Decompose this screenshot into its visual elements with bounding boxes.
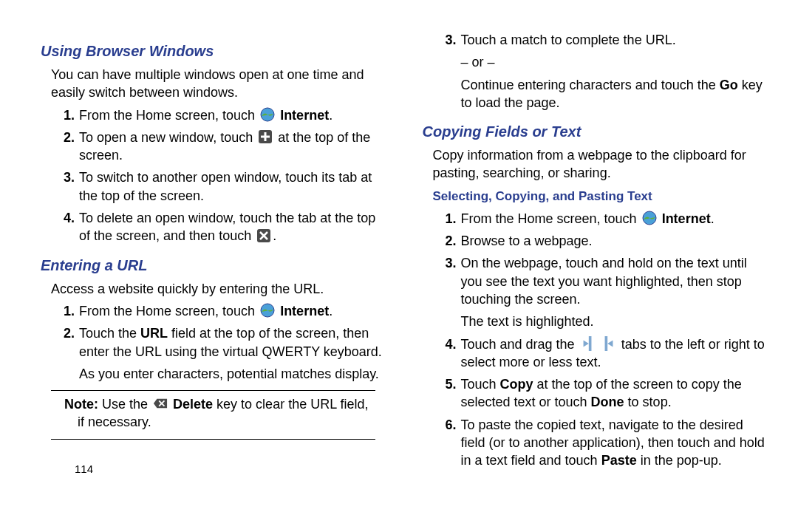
list-continued: 3. Touch a match to complete the URL. – … xyxy=(433,31,768,112)
list-text: From the Home screen, touch Internet. xyxy=(79,106,386,124)
selection-left-handle-icon xyxy=(580,336,595,351)
list-text: Touch the URL field at the top of the sc… xyxy=(79,324,386,383)
list-number: 4. xyxy=(51,209,79,227)
note-text: Note: Use the Delete key to clear the UR… xyxy=(64,395,375,432)
list-item: 6. To paste the copied text, navigate to… xyxy=(433,416,768,470)
or-text: – or – xyxy=(461,53,768,71)
list-item: 1. From the Home screen, touch Internet. xyxy=(51,106,386,124)
svg-rect-4 xyxy=(261,136,270,138)
list-text: Touch a match to complete the URL. – or … xyxy=(461,31,768,112)
list-item: 3. Touch a match to complete the URL. – … xyxy=(433,31,768,112)
svg-rect-10 xyxy=(588,336,591,351)
list-number: 3. xyxy=(51,168,79,186)
list-number: 4. xyxy=(433,335,461,353)
list-browser-windows: 1. From the Home screen, touch Internet.… xyxy=(51,106,386,245)
list-item: 2. Browse to a webpage. xyxy=(433,232,768,250)
divider xyxy=(51,439,375,440)
heading-entering-url: Entering a URL xyxy=(41,256,386,276)
plus-icon xyxy=(258,129,273,144)
list-text: Browse to a webpage. xyxy=(461,232,768,250)
right-column: 3. Touch a match to complete the URL. – … xyxy=(423,31,768,477)
globe-icon xyxy=(260,107,275,122)
list-item: 3. On the webpage, touch and hold on the… xyxy=(433,254,768,330)
selection-right-handle-icon xyxy=(601,336,616,351)
list-subtext: As you enter characters, potential match… xyxy=(79,365,386,383)
list-subtext: The text is highlighted. xyxy=(461,313,768,330)
heading-copying-fields: Copying Fields or Text xyxy=(423,122,768,142)
heading-using-browser-windows: Using Browser Windows xyxy=(41,41,386,61)
svg-rect-11 xyxy=(604,336,607,351)
list-number: 2. xyxy=(433,232,461,250)
page-number: 114 xyxy=(75,462,386,477)
list-item: 4. Touch and drag the tabs to the left o… xyxy=(433,335,768,372)
divider xyxy=(51,390,375,391)
list-number: 3. xyxy=(433,31,461,49)
list-text: To open a new window, touch at the top o… xyxy=(79,129,386,165)
list-item: 1. From the Home screen, touch Internet. xyxy=(433,210,768,228)
delete-key-icon xyxy=(153,396,168,411)
list-item: 1. From the Home screen, touch Internet. xyxy=(51,302,386,320)
list-subtext: Continue entering characters and touch t… xyxy=(461,76,768,112)
list-entering-url: 1. From the Home screen, touch Internet.… xyxy=(51,302,386,383)
list-text: From the Home screen, touch Internet. xyxy=(79,302,386,320)
list-text: From the Home screen, touch Internet. xyxy=(461,210,768,228)
list-item: 2. Touch the URL field at the top of the… xyxy=(51,324,386,383)
list-number: 2. xyxy=(51,324,79,342)
subheading-selecting-copying: Selecting, Copying, and Pasting Text xyxy=(433,188,768,205)
list-text: To paste the copied text, navigate to th… xyxy=(461,416,768,470)
list-copying: 1. From the Home screen, touch Internet.… xyxy=(433,210,768,470)
list-text: Touch Copy at the top of the screen to c… xyxy=(461,375,768,412)
list-text: On the webpage, touch and hold on the te… xyxy=(461,254,768,330)
body-text: Access a website quickly by entering the… xyxy=(51,280,386,298)
list-number: 1. xyxy=(51,106,79,124)
list-number: 1. xyxy=(51,302,79,320)
left-column: Using Browser Windows You can have multi… xyxy=(41,31,386,477)
body-text: Copy information from a webpage to the c… xyxy=(433,146,768,183)
list-number: 5. xyxy=(433,375,461,393)
list-item: 3. To switch to another open window, tou… xyxy=(51,168,386,205)
list-item: 5. Touch Copy at the top of the screen t… xyxy=(433,375,768,412)
list-number: 2. xyxy=(51,129,79,146)
list-text: Touch and drag the tabs to the left or r… xyxy=(461,335,768,372)
list-number: 3. xyxy=(433,254,461,272)
list-text: To switch to another open window, touch … xyxy=(79,168,386,205)
list-number: 1. xyxy=(433,210,461,228)
globe-icon xyxy=(642,211,657,225)
globe-icon xyxy=(260,303,275,318)
list-text: To delete an open window, touch the tab … xyxy=(79,209,386,245)
body-text: You can have multiple windows open at on… xyxy=(51,66,386,102)
close-icon xyxy=(256,228,271,243)
list-number: 6. xyxy=(433,416,461,434)
list-item: 2. To open a new window, touch at the to… xyxy=(51,129,386,165)
list-item: 4. To delete an open window, touch the t… xyxy=(51,209,386,245)
